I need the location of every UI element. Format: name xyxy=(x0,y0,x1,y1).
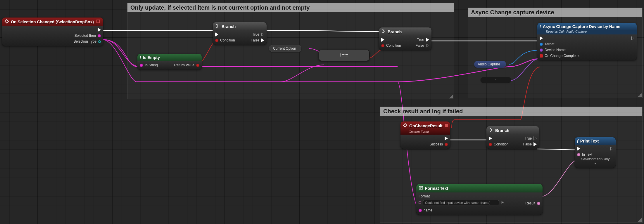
format-text-icon xyxy=(419,185,423,191)
false-pin[interactable]: False xyxy=(251,38,264,42)
exec-in-pin[interactable] xyxy=(381,38,401,42)
svg-rect-1 xyxy=(445,124,448,127)
node-title: Branch xyxy=(222,24,236,29)
pin-label: Audio Capture xyxy=(478,62,500,66)
exec-in-pin[interactable] xyxy=(577,147,580,151)
exec-in-pin[interactable] xyxy=(540,36,581,40)
dev-only-label: Development Only xyxy=(577,157,613,161)
target-pin[interactable]: Target xyxy=(540,42,581,46)
pin-label: Condition xyxy=(494,142,509,146)
condition-pin[interactable]: Condition xyxy=(215,38,235,42)
reroute-icon: • xyxy=(495,78,496,81)
format-text-node[interactable]: Format Text Format Could not find input … xyxy=(416,184,543,215)
exec-out-pin[interactable] xyxy=(631,36,634,40)
pin-label: Result xyxy=(525,201,535,205)
name-pin[interactable]: name xyxy=(419,208,504,212)
expand-icon[interactable]: ▾ xyxy=(577,161,613,165)
pin-label: On Change Completed xyxy=(545,54,581,58)
operator-label: !== xyxy=(339,53,349,59)
selected-item-pin[interactable]: Selected Item xyxy=(75,34,101,38)
pin-label: Condition xyxy=(220,38,235,42)
pin-label: Target xyxy=(545,42,554,46)
browse-icon[interactable]: ⚑ xyxy=(501,201,504,205)
success-pin[interactable]: Success xyxy=(430,142,448,146)
true-pin[interactable]: True xyxy=(252,32,264,37)
pin-label: Success xyxy=(430,142,443,146)
event-icon xyxy=(403,123,408,129)
event-on-selection-changed[interactable]: On Selection Changed (SelectionDropBox) … xyxy=(2,18,103,46)
pin-label: In Text xyxy=(582,152,592,157)
pin-label: False xyxy=(416,44,424,48)
pin-label: False xyxy=(251,38,259,42)
false-pin[interactable]: False xyxy=(416,44,429,48)
pin-label: Device Name xyxy=(545,48,566,52)
svg-rect-2 xyxy=(419,186,423,189)
is-empty-node[interactable]: f Is Empty In String Return Value xyxy=(137,54,202,70)
format-input[interactable]: Could not find input device with name: {… xyxy=(423,200,499,205)
delegate-pin-icon[interactable] xyxy=(96,19,100,24)
svg-rect-0 xyxy=(97,20,100,23)
node-title: Async Change Capture Device by Name xyxy=(543,24,620,29)
branch-node-3[interactable]: Branch Condition True False xyxy=(486,126,539,149)
true-pin[interactable]: True xyxy=(525,136,537,140)
branch-node-2[interactable]: Branch Condition True False xyxy=(379,27,431,50)
node-title: Is Empty xyxy=(143,55,160,60)
reroute-node[interactable]: • xyxy=(481,77,511,83)
true-pin[interactable]: True xyxy=(417,38,429,42)
current-option-variable[interactable]: Current Option xyxy=(269,45,301,52)
branch-icon xyxy=(381,29,386,34)
exec-in-pin[interactable] xyxy=(489,136,509,140)
exec-out-pin[interactable] xyxy=(445,136,448,140)
resize-handle-icon[interactable] xyxy=(449,94,453,98)
pin-label: Return Value xyxy=(174,63,194,67)
condition-pin[interactable]: Condition xyxy=(489,142,509,146)
format-pin[interactable] xyxy=(419,202,421,204)
node-subtitle: Target is Odin Audio Capture xyxy=(537,30,637,34)
comment-title[interactable]: Async Change capture device xyxy=(468,8,642,17)
pin-label: name xyxy=(424,208,432,212)
resize-handle-icon[interactable] xyxy=(638,218,642,222)
exec-in-pin[interactable] xyxy=(215,32,235,37)
false-pin[interactable]: False xyxy=(523,142,537,146)
delegate-pin-icon[interactable] xyxy=(444,123,448,128)
branch-icon xyxy=(215,24,220,29)
exec-out-pin[interactable] xyxy=(98,28,101,32)
pin-label: Selected Item xyxy=(75,34,96,38)
node-subtitle: Custom Event xyxy=(400,130,450,135)
not-equal-node[interactable]: !== xyxy=(319,50,370,61)
branch-node-1[interactable]: Branch Condition True False xyxy=(213,22,267,45)
selection-type-pin[interactable]: Selection Type xyxy=(74,39,101,44)
device-name-pin[interactable]: Device Name xyxy=(540,48,581,52)
in-text-pin[interactable]: In Text xyxy=(577,152,613,157)
in-string-pin[interactable]: In String xyxy=(140,63,158,67)
pin-label: False xyxy=(523,142,532,146)
comment-title[interactable]: Check result and log if failed xyxy=(380,107,642,116)
async-change-capture-node[interactable]: f Async Change Capture Device by Name Ta… xyxy=(537,23,637,60)
comment-title[interactable]: Only update, if selected item is not cur… xyxy=(127,3,454,12)
node-title: Branch xyxy=(388,29,402,34)
function-icon: f xyxy=(577,139,579,143)
branch-icon xyxy=(489,128,493,133)
node-title: On Selection Changed (SelectionDropBox) xyxy=(11,20,94,24)
audio-capture-variable[interactable]: Audio Capture xyxy=(474,61,506,68)
pin-label: True xyxy=(417,38,424,42)
function-icon: f xyxy=(140,55,141,60)
node-title: Print Text xyxy=(580,139,599,143)
result-pin[interactable]: Result xyxy=(525,201,540,205)
pin-label: Selection Type xyxy=(74,39,97,44)
on-change-result-event[interactable]: OnChangeResult Custom Event Success xyxy=(400,121,450,149)
function-icon: f xyxy=(540,24,541,29)
exec-out-pin[interactable] xyxy=(610,147,613,151)
pin-label: Condition xyxy=(386,44,401,48)
pin-label: Current Option xyxy=(273,46,296,51)
resize-handle-icon[interactable] xyxy=(638,93,642,97)
condition-pin[interactable]: Condition xyxy=(381,44,401,48)
on-change-completed-pin[interactable]: On Change Completed xyxy=(540,54,581,58)
return-value-pin[interactable]: Return Value xyxy=(174,63,199,67)
pin-label: In String xyxy=(145,63,158,67)
event-icon xyxy=(4,19,9,25)
node-title: Format Text xyxy=(425,186,448,191)
format-label: Format xyxy=(419,194,504,198)
print-text-node[interactable]: f Print Text In Text Development Only ▾ xyxy=(575,137,616,168)
node-title: OnChangeResult xyxy=(409,124,443,128)
